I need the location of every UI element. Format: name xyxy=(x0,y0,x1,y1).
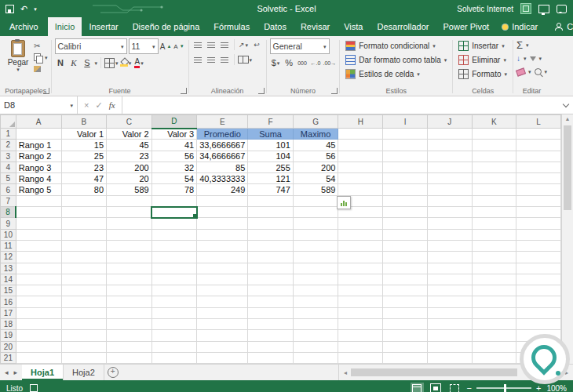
row-header-3[interactable]: 3 xyxy=(1,151,16,162)
row-header-15[interactable]: 15 xyxy=(1,285,16,296)
autosum-button[interactable]: Σ xyxy=(516,39,523,51)
cell-H3[interactable] xyxy=(338,151,383,162)
sheet-nav-next-icon[interactable]: ▸ xyxy=(14,368,18,376)
cell-A5[interactable]: Rango 4 xyxy=(16,173,61,184)
row-header-4[interactable]: 4 xyxy=(1,162,16,172)
cell-A1[interactable] xyxy=(16,129,61,140)
cell-G7[interactable] xyxy=(293,195,338,206)
cell-L17[interactable] xyxy=(516,307,561,318)
cell-H18[interactable] xyxy=(338,319,383,330)
cell-A3[interactable]: Rango 2 xyxy=(16,151,61,162)
cell-B9[interactable] xyxy=(61,218,107,229)
tab-datos[interactable]: Datos xyxy=(257,17,294,36)
cell-B21[interactable] xyxy=(61,352,107,363)
cell-B17[interactable] xyxy=(61,307,107,318)
cell-F8[interactable] xyxy=(248,207,293,218)
select-all-corner[interactable] xyxy=(1,115,16,129)
cell-A10[interactable] xyxy=(16,229,61,240)
cell-J18[interactable] xyxy=(427,319,472,330)
cell-A9[interactable] xyxy=(16,218,61,229)
cell-D10[interactable] xyxy=(151,229,197,240)
cell-G11[interactable] xyxy=(293,240,338,251)
dialog-launcher-icon[interactable] xyxy=(331,88,338,94)
cell-H2[interactable] xyxy=(338,140,383,151)
row-header-1[interactable]: 1 xyxy=(1,129,16,140)
cell-F15[interactable] xyxy=(248,285,293,296)
tab-revisar[interactable]: Revisar xyxy=(294,17,337,36)
cell-H16[interactable] xyxy=(338,296,383,307)
cell-E21[interactable] xyxy=(197,352,248,363)
cell-D3[interactable]: 56 xyxy=(151,151,197,162)
cell-B16[interactable] xyxy=(61,296,107,307)
cell-D18[interactable] xyxy=(151,319,197,330)
align-right-button[interactable] xyxy=(219,53,231,66)
cell-F12[interactable] xyxy=(248,252,293,263)
merge-center-button[interactable]: ▾ xyxy=(238,53,253,66)
cell-B11[interactable] xyxy=(61,240,107,251)
cell-I16[interactable] xyxy=(383,296,428,307)
cell-D5[interactable]: 54 xyxy=(151,173,197,184)
column-header-A[interactable]: A xyxy=(16,115,61,129)
cell-A20[interactable] xyxy=(16,341,61,352)
cell-B18[interactable] xyxy=(61,319,107,330)
borders-button[interactable]: ▾ xyxy=(104,56,119,69)
tab-inicio[interactable]: Inicio xyxy=(48,17,82,36)
bold-button[interactable]: N xyxy=(55,56,67,69)
cell-D6[interactable]: 78 xyxy=(151,184,197,195)
cell-E11[interactable] xyxy=(197,240,248,251)
cell-H9[interactable] xyxy=(338,218,383,229)
clear-button[interactable] xyxy=(516,67,526,76)
cell-F9[interactable] xyxy=(248,218,293,229)
cell-A16[interactable] xyxy=(16,296,61,307)
cell-L5[interactable] xyxy=(516,173,561,184)
cell-F20[interactable] xyxy=(248,341,293,352)
delete-cells-button[interactable]: Eliminar▾ xyxy=(456,53,509,67)
cell-A15[interactable] xyxy=(16,285,61,296)
cell-G19[interactable] xyxy=(293,330,338,341)
cell-I17[interactable] xyxy=(383,307,428,318)
cell-G17[interactable] xyxy=(293,307,338,318)
cell-J15[interactable] xyxy=(427,285,472,296)
qat-customize-icon[interactable]: ▾ xyxy=(34,6,37,12)
cell-J8[interactable] xyxy=(427,207,472,218)
cell-B19[interactable] xyxy=(61,330,107,341)
fill-button[interactable]: ↓ xyxy=(516,54,520,63)
dialog-launcher-icon[interactable] xyxy=(258,88,265,94)
cancel-entry-icon[interactable]: × xyxy=(84,100,89,110)
cell-E6[interactable]: 249 xyxy=(197,184,248,195)
cut-button[interactable]: ✂ xyxy=(34,40,48,51)
sheet-tab-hoja1[interactable]: Hoja1 xyxy=(22,365,64,380)
row-header-16[interactable]: 16 xyxy=(1,296,16,307)
cell-L18[interactable] xyxy=(516,319,561,330)
cell-H21[interactable] xyxy=(338,352,383,363)
cell-H10[interactable] xyxy=(338,229,383,240)
align-left-button[interactable] xyxy=(192,53,204,66)
name-box[interactable]: D8 ▾ xyxy=(0,96,78,114)
cell-G20[interactable] xyxy=(293,341,338,352)
row-header-20[interactable]: 20 xyxy=(1,341,16,352)
grow-font-button[interactable]: A▲ xyxy=(160,40,172,53)
cell-H12[interactable] xyxy=(338,252,383,263)
cell-L14[interactable] xyxy=(516,274,561,285)
cell-I8[interactable] xyxy=(383,207,428,218)
horizontal-scroll-thumb[interactable] xyxy=(351,368,517,376)
cell-J13[interactable] xyxy=(427,263,472,274)
cell-K3[interactable] xyxy=(472,151,516,162)
percent-format-button[interactable]: % xyxy=(283,56,295,69)
cell-C8[interactable] xyxy=(107,207,152,218)
cell-I13[interactable] xyxy=(383,263,428,274)
cell-D9[interactable] xyxy=(151,218,197,229)
cell-G18[interactable] xyxy=(293,319,338,330)
cell-D14[interactable] xyxy=(151,274,197,285)
cell-F4[interactable]: 255 xyxy=(248,162,293,172)
cell-F18[interactable] xyxy=(248,319,293,330)
cell-D21[interactable] xyxy=(151,352,197,363)
cell-A12[interactable] xyxy=(16,252,61,263)
cell-I7[interactable] xyxy=(383,195,428,206)
vertical-scrollbar[interactable]: ▲ ▼ xyxy=(561,114,573,364)
zoom-level[interactable]: 100% xyxy=(546,384,567,392)
cell-I18[interactable] xyxy=(383,319,428,330)
cell-G3[interactable]: 56 xyxy=(293,151,338,162)
increase-decimal-button[interactable]: ←.0 xyxy=(310,56,322,69)
cell-B4[interactable]: 23 xyxy=(61,162,107,172)
